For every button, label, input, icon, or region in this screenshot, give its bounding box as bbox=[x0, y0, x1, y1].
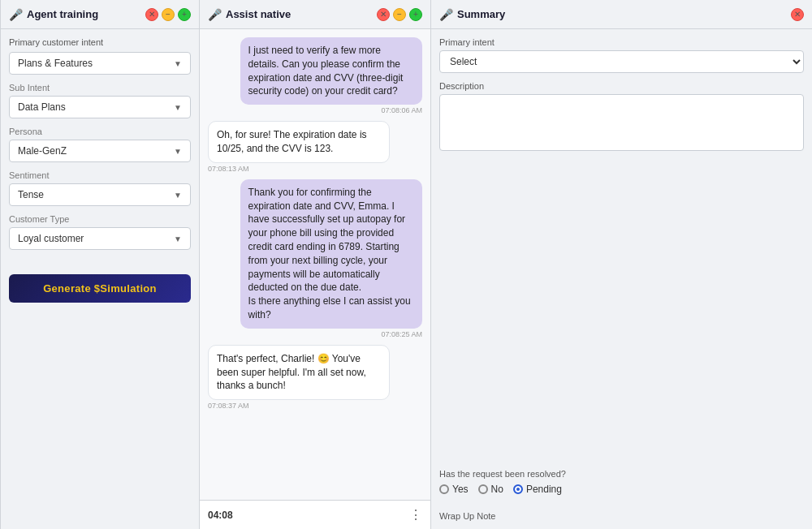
no-radio[interactable]: No bbox=[478, 484, 503, 495]
description-textarea[interactable] bbox=[439, 94, 804, 151]
summary-panel: 🎤 Summary ✕ Primary intent Select Descri… bbox=[430, 0, 812, 529]
timestamp-3: 07:08:25 AM bbox=[381, 330, 422, 338]
chat-header: 🎤 Assist native ✕ − + bbox=[200, 0, 430, 29]
summary-primary-intent-label: Primary intent bbox=[439, 37, 804, 47]
tense-dropdown[interactable]: Tense ▼ bbox=[9, 183, 191, 206]
wrap-up-label: Wrap Up Note bbox=[439, 511, 804, 521]
summary-title: Summary bbox=[457, 8, 505, 20]
pending-radio[interactable]: Pending bbox=[513, 484, 562, 495]
maximize-button[interactable]: + bbox=[178, 8, 191, 21]
pending-radio-circle bbox=[513, 484, 523, 494]
chat-messages-container: I just need to verify a few more details… bbox=[200, 29, 430, 500]
pending-label: Pending bbox=[526, 484, 562, 495]
chat-panel: 🎤 Assist native ✕ − + I just need to ver… bbox=[199, 0, 430, 529]
minimize-button[interactable]: − bbox=[162, 8, 175, 21]
chat-window-controls: ✕ − + bbox=[377, 8, 422, 21]
chat-minimize-button[interactable]: − bbox=[393, 8, 406, 21]
timestamp-2: 07:08:13 AM bbox=[208, 165, 249, 173]
loyal-customer-value: Loyal customer bbox=[18, 233, 84, 244]
yes-radio-circle bbox=[439, 484, 449, 494]
data-plans-value: Data Plans bbox=[18, 101, 66, 113]
chat-maximize-button[interactable]: + bbox=[409, 8, 422, 21]
summary-close-button[interactable]: ✕ bbox=[791, 8, 804, 21]
chat-menu-icon[interactable]: ⋮ bbox=[409, 507, 422, 523]
dropdown-arrow-4: ▼ bbox=[174, 191, 182, 200]
sub-intent-label: Sub Intent bbox=[9, 83, 191, 92]
header-left: 🎤 Agent training bbox=[9, 8, 98, 21]
loyal-customer-dropdown[interactable]: Loyal customer ▼ bbox=[9, 227, 191, 250]
primary-intent-section: Primary intent Select bbox=[439, 37, 804, 73]
customer-type-label: Customer Type bbox=[9, 214, 191, 224]
chat-timer: 04:08 bbox=[208, 510, 233, 521]
description-section: Description bbox=[439, 81, 804, 154]
agent-training-body: Primary customer intent Plans & Features… bbox=[1, 29, 199, 529]
message-2-wrapper: Oh, for sure! The expiration date is 10/… bbox=[208, 121, 422, 173]
chat-header-left: 🎤 Assist native bbox=[208, 8, 291, 21]
message-3-wrapper: Thank you for confirming the expiration … bbox=[208, 179, 422, 338]
chat-close-button[interactable]: ✕ bbox=[377, 8, 390, 21]
no-label: No bbox=[491, 484, 503, 495]
dropdown-arrow-3: ▼ bbox=[174, 147, 182, 156]
primary-intent-select[interactable]: Select bbox=[439, 50, 804, 73]
close-button[interactable]: ✕ bbox=[145, 8, 158, 21]
tense-value: Tense bbox=[18, 189, 44, 200]
dropdown-arrow-1: ▼ bbox=[174, 59, 182, 68]
data-plans-dropdown[interactable]: Data Plans ▼ bbox=[9, 96, 191, 118]
resolution-label: Has the request been resolved? bbox=[439, 469, 804, 479]
agent-training-header: 🎤 Agent training ✕ − + bbox=[1, 0, 199, 29]
radio-group: Yes No Pending bbox=[439, 484, 804, 495]
user-message-1: Oh, for sure! The expiration date is 10/… bbox=[208, 121, 390, 163]
summary-mic-icon: 🎤 bbox=[439, 8, 453, 21]
plans-features-value: Plans & Features bbox=[18, 58, 93, 69]
message-1-wrapper: I just need to verify a few more details… bbox=[208, 37, 422, 114]
agent-message-1: I just need to verify a few more details… bbox=[240, 37, 422, 105]
yes-label: Yes bbox=[452, 484, 469, 495]
summary-header-left: 🎤 Summary bbox=[439, 8, 505, 21]
summary-header: 🎤 Summary ✕ bbox=[431, 0, 812, 29]
user-message-2: That's perfect, Charlie! 😊 You've been s… bbox=[208, 345, 390, 400]
dropdown-arrow-5: ▼ bbox=[174, 234, 182, 243]
timestamp-4: 07:08:37 AM bbox=[208, 402, 249, 410]
agent-message-2: Thank you for confirming the expiration … bbox=[240, 179, 422, 329]
plans-features-dropdown[interactable]: Plans & Features ▼ bbox=[9, 52, 191, 75]
chat-title: Assist native bbox=[226, 8, 291, 20]
persona-label: Persona bbox=[9, 127, 191, 136]
dropdown-arrow-2: ▼ bbox=[174, 103, 182, 112]
mic-icon: 🎤 bbox=[9, 8, 23, 21]
yes-radio[interactable]: Yes bbox=[439, 484, 469, 495]
male-genz-dropdown[interactable]: Male-GenZ ▼ bbox=[9, 140, 191, 162]
agent-training-panel: 🎤 Agent training ✕ − + Primary customer … bbox=[0, 0, 199, 529]
summary-body: Primary intent Select Description Has th… bbox=[431, 29, 812, 529]
generate-simulation-button[interactable]: Generate $Simulation bbox=[9, 274, 191, 303]
sentiment-label: Sentiment bbox=[9, 170, 191, 180]
resolution-section: Has the request been resolved? Yes No Pe… bbox=[439, 469, 804, 495]
agent-training-title: Agent training bbox=[27, 8, 98, 20]
window-controls: ✕ − + bbox=[145, 8, 191, 21]
wrap-up-section: Wrap Up Note bbox=[439, 503, 804, 521]
no-radio-circle bbox=[478, 484, 488, 494]
male-genz-value: Male-GenZ bbox=[18, 145, 67, 157]
summary-window-controls: ✕ bbox=[791, 8, 804, 21]
chat-footer: 04:08 ⋮ bbox=[200, 500, 430, 529]
primary-intent-label: Primary customer intent bbox=[9, 37, 191, 47]
chat-mic-icon: 🎤 bbox=[208, 8, 222, 21]
timestamp-1: 07:08:06 AM bbox=[381, 106, 422, 114]
description-label: Description bbox=[439, 81, 804, 91]
message-4-wrapper: That's perfect, Charlie! 😊 You've been s… bbox=[208, 345, 422, 410]
